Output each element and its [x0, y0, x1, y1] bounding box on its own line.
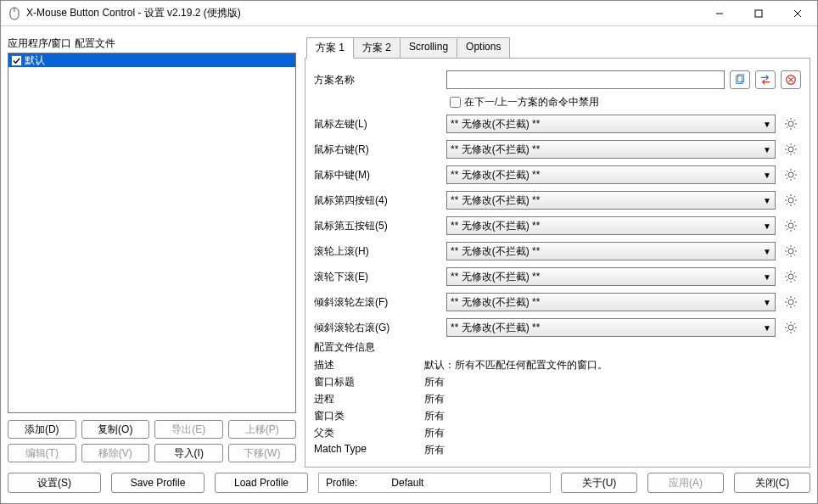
export-profile-button[interactable]: 导出(E) — [154, 420, 223, 439]
right-button-label: 鼠标右键(R) — [314, 143, 441, 157]
tiltleft-combo[interactable]: ** 无修改(不拦截) **▼ — [446, 293, 776, 311]
edit-profile-button[interactable]: 编辑(T) — [8, 444, 76, 462]
moveup-profile-button[interactable]: 上移(P) — [228, 420, 297, 439]
wheeldown-label: 滚轮下滚(E) — [314, 270, 441, 284]
current-profile-status: Profile: Default — [318, 473, 551, 493]
svg-rect-3 — [755, 10, 762, 17]
svg-point-18 — [788, 300, 793, 305]
layer-name-label: 方案名称 — [314, 73, 441, 87]
close-button[interactable]: 关闭(C) — [734, 473, 810, 493]
swap-layer-button[interactable] — [755, 70, 776, 89]
wheelup-combo[interactable]: ** 无修改(不拦截) **▼ — [446, 242, 776, 260]
profinfo-parent-label: 父类 — [314, 426, 424, 441]
profinfo-process-value: 所有 — [424, 392, 445, 407]
chevron-down-icon: ▼ — [763, 247, 771, 256]
copy-layer-button[interactable] — [730, 70, 750, 89]
button4-config[interactable] — [781, 191, 801, 210]
profinfo-process-label: 进程 — [314, 392, 424, 407]
profinfo-caption-label: 窗口标题 — [314, 375, 424, 390]
profile-info-title: 配置文件信息 — [314, 340, 801, 355]
profiles-list[interactable]: 默认 — [8, 53, 296, 413]
profinfo-class-value: 所有 — [424, 409, 445, 424]
layer-tabs: 方案 1 方案 2 Scrolling Options — [305, 37, 810, 59]
disable-in-cycle-checkbox[interactable] — [450, 97, 461, 108]
save-profile-button[interactable]: Save Profile — [111, 473, 204, 493]
wheelup-config[interactable] — [781, 242, 801, 260]
button5-label: 鼠标第五按钮(5) — [314, 219, 441, 233]
profile-item-checkbox[interactable] — [11, 55, 22, 66]
profinfo-caption-value: 所有 — [424, 375, 445, 390]
button5-combo[interactable]: ** 无修改(不拦截) **▼ — [446, 216, 776, 235]
profile-status-value: Default — [391, 477, 423, 489]
wheelup-label: 滚轮上滚(H) — [314, 244, 441, 259]
button5-config[interactable] — [781, 216, 801, 235]
tiltright-label: 倾斜滚轮右滚(G) — [314, 321, 441, 335]
middle-button-combo[interactable]: ** 无修改(不拦截) **▼ — [446, 165, 776, 184]
maximize-button[interactable] — [739, 1, 778, 25]
svg-point-11 — [788, 121, 793, 126]
tab-layer-1[interactable]: 方案 1 — [306, 37, 354, 59]
button4-label: 鼠标第四按钮(4) — [314, 193, 441, 208]
tiltleft-label: 倾斜滚轮左滚(F) — [314, 295, 441, 310]
svg-point-16 — [788, 249, 793, 254]
right-button-config[interactable] — [781, 140, 801, 159]
chevron-down-icon: ▼ — [763, 221, 771, 231]
tab-page: 方案名称 在下一/上一方案的命令中禁用 鼠标左键(L)** 无修改(不拦截) *… — [305, 58, 810, 468]
app-icon — [8, 7, 21, 20]
tiltleft-config[interactable] — [781, 293, 801, 311]
chevron-down-icon: ▼ — [763, 145, 771, 154]
minimize-button[interactable] — [700, 1, 739, 25]
footer-bar: 设置(S) Save Profile Load Profile Profile:… — [1, 469, 817, 503]
wheeldown-combo[interactable]: ** 无修改(不拦截) **▼ — [446, 267, 776, 286]
profile-info-section: 配置文件信息 描述默认：所有不匹配任何配置文件的窗口。 窗口标题所有 进程所有 … — [314, 340, 801, 458]
tab-options[interactable]: Options — [457, 37, 510, 59]
copy-profile-button[interactable]: 复制(O) — [81, 420, 150, 439]
layer-name-input[interactable] — [446, 70, 725, 89]
profile-status-label: Profile: — [326, 477, 357, 489]
profiles-heading: 应用程序/窗口 配置文件 — [8, 36, 296, 51]
button4-combo[interactable]: ** 无修改(不拦截) **▼ — [446, 191, 776, 210]
svg-point-13 — [788, 172, 793, 177]
svg-point-12 — [788, 147, 793, 152]
disable-in-cycle-label: 在下一/上一方案的命令中禁用 — [464, 95, 599, 109]
profile-item-default[interactable]: 默认 — [8, 53, 295, 67]
remove-profile-button[interactable]: 移除(V) — [81, 444, 150, 462]
profile-item-label: 默认 — [25, 53, 45, 68]
right-button-combo[interactable]: ** 无修改(不拦截) **▼ — [446, 140, 776, 159]
middle-button-label: 鼠标中键(M) — [314, 168, 441, 182]
svg-point-14 — [788, 198, 793, 203]
tiltright-config[interactable] — [781, 318, 801, 337]
profinfo-match-label: Match Type — [314, 443, 424, 458]
tab-layer-2[interactable]: 方案 2 — [353, 37, 401, 59]
left-button-label: 鼠标左键(L) — [314, 117, 441, 132]
reset-layer-button[interactable] — [781, 70, 801, 89]
profinfo-desc-value: 默认：所有不匹配任何配置文件的窗口。 — [424, 358, 608, 373]
left-button-combo[interactable]: ** 无修改(不拦截) **▼ — [446, 115, 776, 133]
chevron-down-icon: ▼ — [763, 120, 771, 129]
tab-scrolling[interactable]: Scrolling — [400, 37, 457, 59]
svg-point-15 — [788, 223, 793, 228]
settings-button[interactable]: 设置(S) — [8, 473, 101, 493]
chevron-down-icon: ▼ — [763, 298, 771, 307]
add-profile-button[interactable]: 添加(D) — [8, 420, 76, 439]
movedown-profile-button[interactable]: 下移(W) — [228, 444, 297, 462]
load-profile-button[interactable]: Load Profile — [215, 473, 308, 493]
window-title: X-Mouse Button Control - 设置 v2.19.2 (便携版… — [26, 6, 700, 20]
about-button[interactable]: 关于(U) — [561, 473, 637, 493]
chevron-down-icon: ▼ — [763, 171, 771, 180]
chevron-down-icon: ▼ — [763, 196, 771, 205]
profinfo-match-value: 所有 — [424, 443, 445, 458]
profinfo-parent-value: 所有 — [424, 426, 445, 441]
profinfo-class-label: 窗口类 — [314, 409, 424, 424]
wheeldown-config[interactable] — [781, 267, 801, 286]
apply-button[interactable]: 应用(A) — [647, 473, 724, 493]
tiltright-combo[interactable]: ** 无修改(不拦截) **▼ — [446, 318, 776, 337]
left-button-config[interactable] — [781, 115, 801, 133]
close-window-button[interactable] — [778, 1, 817, 25]
chevron-down-icon: ▼ — [763, 272, 771, 282]
middle-button-config[interactable] — [781, 165, 801, 184]
title-bar: X-Mouse Button Control - 设置 v2.19.2 (便携版… — [1, 1, 817, 26]
svg-point-19 — [788, 325, 793, 330]
chevron-down-icon: ▼ — [763, 323, 771, 333]
import-profile-button[interactable]: 导入(I) — [154, 444, 223, 462]
